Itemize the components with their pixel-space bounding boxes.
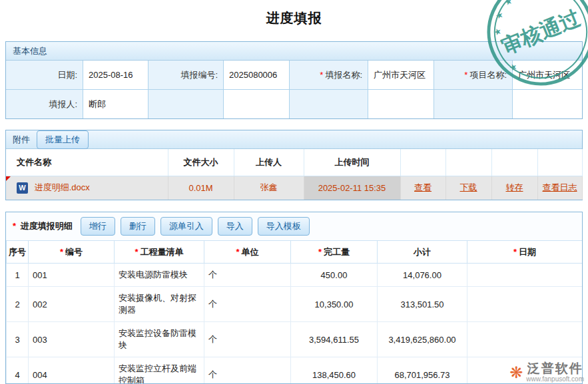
col-item-label: 工程量清单 xyxy=(141,247,184,257)
transfer-action-cell: 转存 xyxy=(491,176,537,200)
seq-cell: 1 xyxy=(7,264,29,287)
batch-upload-button[interactable]: 批量上传 xyxy=(37,130,89,149)
page-title: 进度填报 xyxy=(0,0,588,27)
item-cell[interactable]: 安装摄像机、对射探测器 xyxy=(115,287,204,322)
required-mark: * xyxy=(464,70,467,80)
completed-cell[interactable]: 10,350.00 xyxy=(291,287,378,322)
detail-header-row: 序号 *编号 *工程量清单 *单位 *完工量 小计 *日期 xyxy=(7,241,583,264)
attachment-row: W 进度明细.docx 0.01M 张鑫 2025-02-11 15:35 查看… xyxy=(6,176,582,200)
date-label: 日期: xyxy=(6,61,83,89)
col-uploader: 上传人 xyxy=(234,149,304,176)
code-cell[interactable]: 004 xyxy=(29,357,115,384)
basic-info-title: 基本信息 xyxy=(13,45,47,57)
col-code-label: 编号 xyxy=(65,247,83,257)
report-no-label: 填报编号: xyxy=(148,61,223,89)
seq-cell: 2 xyxy=(7,287,29,322)
col-date: *日期 xyxy=(467,241,583,264)
unit-cell[interactable]: 个 xyxy=(204,264,291,287)
delete-row-button[interactable]: 删行 xyxy=(121,217,155,236)
transfer-link[interactable]: 转存 xyxy=(506,182,523,192)
date-cell[interactable] xyxy=(467,264,583,287)
col-subtotal-label: 小计 xyxy=(414,247,431,257)
empty-label-cell xyxy=(434,90,512,118)
report-name-field[interactable]: 广州市天河区 xyxy=(368,61,434,89)
unit-cell[interactable]: 个 xyxy=(204,357,291,384)
report-no-field[interactable]: 2025080006 xyxy=(224,61,289,89)
view-log-link[interactable]: 查看日志 xyxy=(543,182,577,192)
detail-title-text: 进度填报明细 xyxy=(21,221,73,231)
vendor-url: www.fanpusoft.com xyxy=(526,375,584,383)
report-name-label: * 填报名称: xyxy=(290,61,368,89)
project-name-field[interactable]: 广州市天河区 xyxy=(513,61,582,89)
import-button[interactable]: 导入 xyxy=(218,217,252,236)
star-icon: ★ xyxy=(492,26,503,38)
detail-row: 3 003 安装监控设备防雷模块 个 3,594,611.55 3,419,62… xyxy=(7,322,583,357)
col-action xyxy=(491,149,537,176)
empty-label-cell xyxy=(290,90,368,118)
date-field[interactable]: 2025-08-16 xyxy=(83,61,148,89)
project-name-label: * 项目名称: xyxy=(434,61,512,89)
empty-field xyxy=(513,90,582,118)
item-cell[interactable]: 安装监控设备防雷模块 xyxy=(115,322,204,357)
col-completed: *完工量 xyxy=(291,241,378,264)
col-seq-label: 序号 xyxy=(9,247,26,257)
comment-marker-icon xyxy=(6,176,11,181)
attachments-header: 附件 批量上传 xyxy=(6,130,582,149)
detail-row: 2 002 安装摄像机、对射探测器 个 10,350.00 313,501.50 xyxy=(7,287,583,322)
seq-cell: 3 xyxy=(7,322,29,357)
add-row-button[interactable]: 增行 xyxy=(81,217,115,236)
uploader-value: 张鑫 xyxy=(234,176,304,200)
item-cell[interactable]: 安装电源防雷模块 xyxy=(115,264,204,287)
view-log-action-cell: 查看日志 xyxy=(537,176,582,200)
required-mark: * xyxy=(60,247,63,257)
detail-table: 序号 *编号 *工程量清单 *单位 *完工量 小计 *日期 1 001 安装电源… xyxy=(6,240,583,384)
code-cell[interactable]: 003 xyxy=(29,322,115,357)
vendor-logo-icon: ❋ xyxy=(509,365,523,381)
vendor-name: 泛普软件 xyxy=(527,362,583,375)
detail-toolbar: * 进度填报明细 增行 删行 源单引入 导入 导入模板 xyxy=(6,212,582,240)
col-file-size: 文件大小 xyxy=(168,149,234,176)
required-mark: * xyxy=(320,70,323,80)
subtotal-cell: 68,701,956.73 xyxy=(378,357,467,384)
date-cell[interactable] xyxy=(467,287,583,322)
code-cell[interactable]: 002 xyxy=(29,287,115,322)
date-cell[interactable] xyxy=(467,322,583,357)
upload-time-value: 2025-02-11 15:35 xyxy=(304,176,400,200)
col-action xyxy=(445,149,491,176)
attachments-table: 文件名称 文件大小 上传人 上传时间 W 进度明细.docx 0.01M 张鑫 … xyxy=(6,149,583,200)
download-link[interactable]: 下载 xyxy=(460,182,477,192)
completed-cell[interactable]: 138,450.60 xyxy=(291,357,378,384)
file-name-cell[interactable]: W 进度明细.docx xyxy=(6,176,168,200)
reporter-label: 填报人: xyxy=(6,90,83,118)
col-unit: *单位 xyxy=(204,241,291,264)
col-action xyxy=(400,149,445,176)
import-template-button[interactable]: 导入模板 xyxy=(258,217,310,236)
attachments-section: 附件 批量上传 文件名称 文件大小 上传人 上传时间 W 进度明细.docx 0… xyxy=(5,130,583,200)
unit-cell[interactable]: 个 xyxy=(204,287,291,322)
view-link[interactable]: 查看 xyxy=(414,182,432,192)
required-mark: * xyxy=(513,247,517,257)
report-name-label-text: 填报名称: xyxy=(325,69,362,81)
item-cell[interactable]: 安装监控立杆及前端控制箱 xyxy=(115,357,204,384)
reporter-field[interactable]: 断郎 xyxy=(83,90,148,118)
project-name-label-text: 项目名称: xyxy=(469,69,507,81)
required-mark: * xyxy=(135,247,138,257)
attachments-title: 附件 xyxy=(13,134,30,146)
unit-cell[interactable]: 个 xyxy=(204,322,291,357)
detail-section: * 进度填报明细 增行 删行 源单引入 导入 导入模板 序号 *编号 *工程量清… xyxy=(5,212,583,384)
completed-cell[interactable]: 3,594,611.55 xyxy=(291,322,378,357)
basic-info-section: 基本信息 日期: 2025-08-16 填报编号: 2025080006 * 填… xyxy=(5,41,583,119)
completed-cell[interactable]: 450.00 xyxy=(291,264,378,287)
subtotal-cell: 14,076.00 xyxy=(378,264,467,287)
col-action xyxy=(537,149,582,176)
date-label-text: 日期: xyxy=(57,69,77,81)
col-file-name: 文件名称 xyxy=(6,149,168,176)
basic-info-form: 日期: 2025-08-16 填报编号: 2025080006 * 填报名称: … xyxy=(6,61,582,118)
code-cell[interactable]: 001 xyxy=(29,264,115,287)
file-name-link[interactable]: 进度明细.docx xyxy=(35,182,90,192)
subtotal-cell: 3,419,625,860.00 xyxy=(378,322,467,357)
attachments-header-row: 文件名称 文件大小 上传人 上传时间 xyxy=(6,149,582,176)
vendor-watermark: ❋ 泛普软件 www.fanpusoft.com xyxy=(509,362,584,383)
col-code: *编号 xyxy=(29,241,115,264)
source-import-button[interactable]: 源单引入 xyxy=(160,217,212,236)
